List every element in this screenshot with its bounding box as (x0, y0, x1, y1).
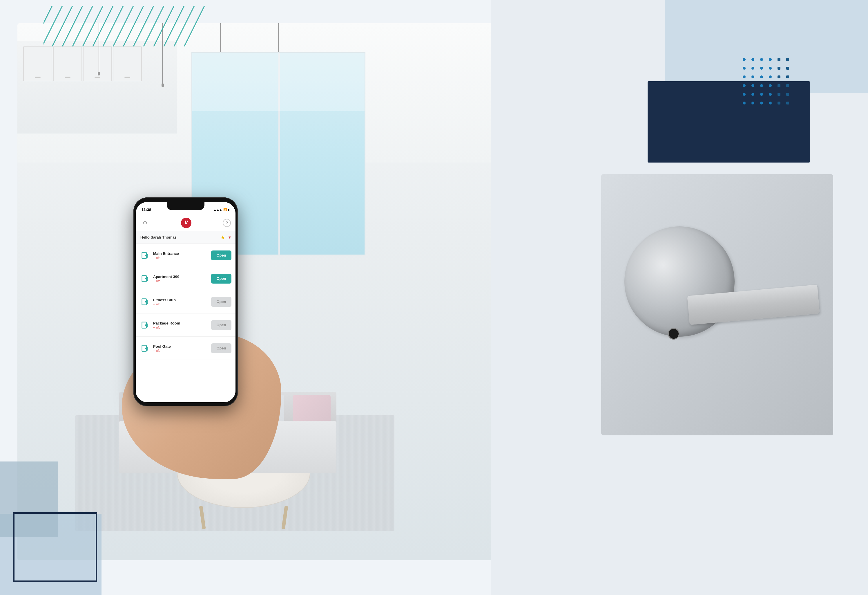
door-info: Main Entrance + info (153, 252, 211, 259)
dot-square (786, 67, 789, 70)
svg-line-1 (43, 6, 62, 46)
door-list-item: Main Entrance + info Open (136, 244, 236, 267)
svg-point-23 (145, 324, 146, 325)
dot (751, 93, 754, 96)
wifi-icon: 📶 (223, 208, 227, 211)
door-info: Package Room + info (153, 321, 211, 329)
dot-pattern (743, 58, 793, 108)
greeting-bar: Hello Sarah Thomas ★ ▾ (136, 231, 236, 244)
svg-line-2 (52, 6, 72, 46)
door-list-item: Apartment 399 + info Open (136, 267, 236, 290)
svg-line-8 (113, 6, 133, 46)
svg-line-10 (133, 6, 154, 46)
cabinet-door (83, 46, 112, 81)
door-list-item: Package Room + info Open (136, 314, 236, 337)
door-icon-wrap (140, 320, 150, 330)
door-icon-wrap (140, 274, 150, 284)
door-name: Apartment 399 (153, 275, 211, 279)
dot-square (778, 75, 781, 78)
door-info: Fitness Club + info (153, 298, 211, 306)
door-info: Apartment 399 + info (153, 275, 211, 283)
door-list-item: Fitness Club + info Open (136, 290, 236, 314)
svg-line-3 (62, 6, 83, 46)
door-name: Main Entrance (153, 252, 211, 256)
svg-line-5 (83, 6, 103, 46)
dot (751, 102, 754, 105)
phone-notch (167, 202, 204, 210)
right-panel (491, 0, 868, 595)
phone-screen: 11:38 ▲▲▲ 📶 ▮ ⚙ V ? (136, 202, 236, 402)
door-subinfo: + info (153, 256, 211, 259)
svg-line-15 (184, 6, 204, 46)
dot (769, 93, 772, 96)
dot (751, 84, 754, 87)
background-photo (18, 23, 505, 560)
door-name: Fitness Club (153, 298, 211, 302)
svg-line-9 (123, 6, 143, 46)
dot (769, 75, 772, 78)
keyhole (668, 328, 679, 340)
help-button[interactable]: ? (223, 219, 231, 227)
open-door-button[interactable]: Open (211, 274, 232, 284)
cabinet-row (23, 46, 142, 81)
dot (743, 93, 745, 96)
dot-square (786, 58, 789, 61)
app-logo: V (181, 218, 191, 228)
svg-point-21 (145, 301, 146, 302)
svg-point-25 (145, 348, 146, 348)
location-icon[interactable]: ▾ (229, 234, 231, 240)
open-door-button[interactable]: Open (211, 250, 232, 260)
dot (743, 102, 745, 105)
svg-line-4 (72, 6, 93, 46)
door-handle-photo (601, 174, 833, 435)
dot-square (778, 102, 781, 105)
cabinet-area (18, 41, 177, 133)
open-door-button[interactable]: Open (211, 320, 232, 330)
dot (743, 67, 745, 70)
svg-line-14 (174, 6, 194, 46)
dot (760, 84, 763, 87)
dot (760, 67, 763, 70)
door-icon-wrap (140, 343, 150, 354)
dot (769, 58, 772, 61)
app-header: ⚙ V ? (136, 215, 236, 231)
open-door-button[interactable]: Open (211, 343, 232, 353)
question-icon: ? (226, 221, 228, 225)
dot-square (786, 93, 789, 96)
signal-icon: ▲▲▲ (213, 208, 222, 211)
dot-square (778, 67, 781, 70)
battery-icon: ▮ (228, 208, 230, 211)
door-icon (141, 275, 149, 283)
cabinet-door (53, 46, 82, 81)
dot-square (786, 102, 789, 105)
favorites-icon[interactable]: ★ (220, 234, 225, 241)
dot (769, 102, 772, 105)
open-door-button[interactable]: Open (211, 297, 232, 307)
door-info: Pool Gate + info (153, 344, 211, 352)
dot (760, 93, 763, 96)
teal-diagonal-decoration (43, 6, 212, 46)
svg-line-13 (164, 6, 184, 46)
dot-square (778, 93, 781, 96)
greeting-text: Hello Sarah Thomas (140, 235, 177, 240)
gear-icon: ⚙ (143, 220, 147, 226)
svg-point-17 (145, 255, 146, 255)
outline-rect-bottom (13, 512, 97, 582)
door-icon (141, 344, 149, 352)
phone-mockup: 11:38 ▲▲▲ 📶 ▮ ⚙ V ? (133, 197, 238, 406)
dot (751, 75, 754, 78)
door-list: Main Entrance + info Open Apartment 399 … (136, 244, 236, 397)
logo-letter: V (185, 220, 188, 226)
dot (769, 67, 772, 70)
svg-line-11 (143, 6, 164, 46)
door-icon-wrap (140, 297, 150, 307)
settings-button[interactable]: ⚙ (140, 218, 150, 228)
greeting-icons: ★ ▾ (220, 234, 231, 241)
door-icon (141, 321, 149, 329)
cabinet-door (113, 46, 142, 81)
door-subinfo: + info (153, 303, 211, 306)
svg-point-19 (145, 278, 146, 279)
svg-line-12 (154, 6, 174, 46)
dot (751, 58, 754, 61)
svg-line-6 (93, 6, 113, 46)
